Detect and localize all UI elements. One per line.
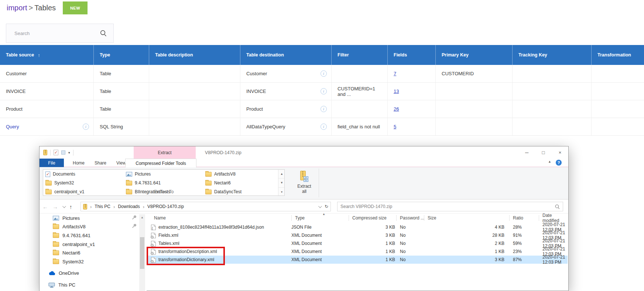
divider[interactable]: [509, 215, 510, 221]
info-icon[interactable]: i: [83, 124, 89, 130]
file-row[interactable]: extraction_8108ec8234ff4b11a139e8f3d941d…: [147, 223, 568, 231]
nav-item-artifactsv8[interactable]: ArtifactsV8: [40, 222, 138, 231]
maximize-button[interactable]: □: [535, 146, 552, 159]
gallery-item[interactable]: Documents: [45, 170, 75, 179]
close-button[interactable]: ×: [552, 146, 568, 159]
table-row[interactable]: Customer Table Customeri 7 CUSTOMERID: [0, 65, 644, 83]
gallery-item[interactable]: 9.4.7631.641: [126, 179, 161, 187]
scrollbar-thumb[interactable]: [140, 237, 144, 269]
column-header-name[interactable]: Name: [154, 214, 166, 222]
tab-file[interactable]: File: [40, 159, 64, 167]
customize-quick-access-icon[interactable]: ▾: [68, 151, 70, 155]
column-header-fields[interactable]: Fields: [388, 45, 436, 65]
nav-item-onedrive[interactable]: OneDrive: [40, 269, 138, 277]
search-icon[interactable]: [555, 204, 560, 209]
file-row[interactable]: Fields.xml XML Document 3 KB No 28 KB 91…: [147, 231, 568, 239]
column-header-tracking-key[interactable]: Tracking Key: [513, 45, 592, 65]
column-header-ratio[interactable]: Ratio: [513, 214, 523, 222]
up-icon[interactable]: ↑: [69, 204, 72, 210]
title-bar[interactable]: ▾ Extract V8PROD-1470.zip ─ □ ×: [40, 146, 568, 159]
extract-all-button[interactable]: Extractall: [291, 169, 317, 198]
fields-count-link[interactable]: 7: [394, 71, 396, 76]
new-button[interactable]: NEW: [63, 1, 88, 14]
recent-locations-icon[interactable]: [62, 204, 66, 208]
address-crumb-zip[interactable]: V8PROD-1470.zip: [147, 204, 184, 209]
column-header-table-destination[interactable]: Table destination: [240, 45, 332, 65]
info-icon[interactable]: i: [321, 106, 327, 112]
cell-description: [149, 65, 240, 82]
nav-item-centralpoint-v1[interactable]: centralpoint_v1: [40, 240, 138, 249]
minimize-button[interactable]: ─: [518, 146, 535, 159]
nav-item-system32[interactable]: System32: [40, 257, 138, 266]
properties-check-icon[interactable]: [54, 150, 58, 155]
tab-compressed-folder-tools[interactable]: Compressed Folder Tools: [125, 159, 196, 167]
gallery-item[interactable]: Nectari6: [205, 179, 231, 187]
contextual-tab-header[interactable]: Extract: [134, 146, 196, 159]
nav-item-9-4-7631-641[interactable]: 9.4.7631.641: [40, 231, 138, 240]
breadcrumb-parent[interactable]: import: [7, 4, 27, 12]
table-row[interactable]: Product Table Producti 26: [0, 100, 644, 118]
nav-item-this-pc[interactable]: This PC: [40, 281, 138, 289]
pin-icon[interactable]: [132, 215, 137, 220]
fields-count-link[interactable]: 5: [394, 124, 396, 129]
tab-home[interactable]: Home: [69, 159, 88, 167]
address-crumb-downloads[interactable]: Downloads: [118, 204, 140, 209]
divider: [50, 150, 51, 156]
back-icon[interactable]: ←: [42, 204, 48, 210]
divider[interactable]: [349, 215, 349, 221]
new-folder-icon[interactable]: [61, 150, 65, 155]
column-header-filter[interactable]: Filter: [332, 45, 388, 65]
divider[interactable]: [424, 215, 424, 221]
fields-count-link[interactable]: 26: [394, 106, 399, 112]
folder-icon: [205, 172, 212, 177]
divider[interactable]: [291, 215, 292, 221]
column-header-compressed-size[interactable]: Compressed size: [352, 214, 387, 222]
nav-item-pictures[interactable]: Pictures: [40, 214, 138, 222]
divider[interactable]: [396, 215, 397, 221]
address-dropdown-icon[interactable]: [318, 204, 322, 208]
nav-item-nectari6[interactable]: Nectari6: [40, 249, 138, 257]
explorer-search-input[interactable]: [338, 204, 555, 209]
address-box[interactable]: › This PC › Downloads › V8PROD-1470.zip …: [80, 202, 331, 211]
divider[interactable]: [539, 215, 539, 221]
search-icon[interactable]: [100, 30, 107, 37]
column-header-password[interactable]: Password ...: [400, 214, 424, 222]
info-icon[interactable]: i: [321, 88, 327, 94]
gallery-item[interactable]: Pictures: [126, 170, 151, 179]
address-crumb-this-pc[interactable]: This PC: [95, 204, 110, 209]
gallery-item[interactable]: ArtifactsV8: [205, 170, 236, 179]
collapse-ribbon-icon[interactable]: ▲: [548, 160, 551, 163]
app-search-input[interactable]: [6, 31, 100, 36]
column-header-primary-key[interactable]: Primary Key: [436, 45, 513, 65]
tab-share[interactable]: Share: [90, 159, 110, 167]
refresh-icon[interactable]: ↻: [325, 204, 328, 209]
cell-tracking-key: [513, 100, 592, 118]
help-icon[interactable]: ?: [556, 160, 562, 166]
info-icon[interactable]: i: [321, 70, 327, 77]
gallery-scroll-down-icon[interactable]: ▼: [278, 179, 285, 187]
column-header-date-modified[interactable]: Date modified: [542, 214, 568, 222]
cell-filter: field_char is not null: [332, 118, 388, 135]
column-header-table-description[interactable]: Table description: [149, 45, 240, 65]
file-explorer-window: ▾ Extract V8PROD-1470.zip ─ □ × File Hom…: [39, 146, 569, 291]
column-header-table-source[interactable]: Table source↑: [0, 45, 94, 65]
file-row[interactable]: Tables.xml XML Document 1 KB No 2 KB 59%…: [147, 239, 568, 247]
table-row[interactable]: Queryi SQL String AllDataTypeQueryi fiel…: [0, 118, 644, 136]
file-row[interactable]: transformationDescription.xml XML Docume…: [147, 247, 568, 256]
info-icon[interactable]: i: [321, 124, 327, 130]
fields-count-link[interactable]: 13: [394, 89, 399, 94]
forward-icon[interactable]: →: [52, 204, 58, 210]
column-header-transformation[interactable]: Transformation: [592, 45, 644, 65]
scroll-up-icon[interactable]: ▲: [139, 214, 145, 220]
nav-scrollbar[interactable]: ▲: [139, 214, 145, 291]
file-row-selected[interactable]: transformationDictionary.xml XML Documen…: [147, 256, 568, 264]
column-header-type[interactable]: Type: [94, 45, 149, 65]
column-header-size[interactable]: Size: [428, 214, 436, 222]
query-link[interactable]: Query: [6, 124, 19, 129]
column-header-type[interactable]: Type: [295, 214, 305, 222]
pin-icon[interactable]: [132, 224, 137, 228]
cell-description: [149, 118, 240, 135]
gallery-scroll-up-icon[interactable]: ▲: [278, 170, 285, 179]
table-row[interactable]: INVOICE Table INVOICEi CUSTOMERID=1 and …: [0, 83, 644, 100]
gallery-item[interactable]: System32: [45, 179, 74, 187]
